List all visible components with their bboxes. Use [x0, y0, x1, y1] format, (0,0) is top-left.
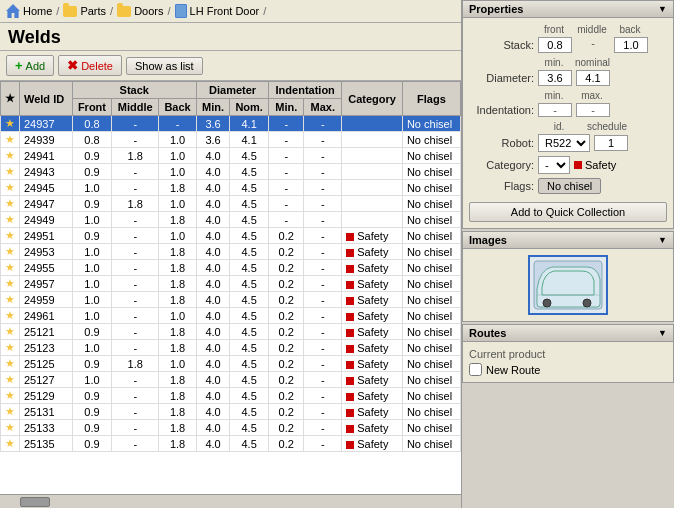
table-row[interactable]: ★ 24955 1.0 - 1.8 4.0 4.5 0.2 - Safety N…: [1, 260, 461, 276]
welds-table: ★ Weld ID Stack Diameter Indentation Cat…: [0, 81, 461, 452]
diam-min-cell: 4.0: [196, 260, 229, 276]
stack-middle-cell: 1.8: [112, 196, 159, 212]
star-cell: ★: [1, 196, 20, 212]
table-row[interactable]: ★ 24951 0.9 - 1.0 4.0 4.5 0.2 - Safety N…: [1, 228, 461, 244]
images-header[interactable]: Images ▼: [462, 231, 674, 249]
diameter-nom-input[interactable]: [576, 70, 610, 86]
flags-cell: No chisel: [402, 404, 460, 420]
stack-middle-cell: -: [112, 276, 159, 292]
stack-front-cell: 0.9: [72, 228, 112, 244]
ind-min-cell: 0.2: [269, 276, 304, 292]
star-cell: ★: [1, 308, 20, 324]
new-route-checkbox[interactable]: [469, 363, 482, 376]
table-row[interactable]: ★ 24961 1.0 - 1.0 4.0 4.5 0.2 - Safety N…: [1, 308, 461, 324]
table-row[interactable]: ★ 25125 0.9 1.8 1.0 4.0 4.5 0.2 - Safety…: [1, 356, 461, 372]
table-row[interactable]: ★ 25133 0.9 - 1.8 4.0 4.5 0.2 - Safety N…: [1, 420, 461, 436]
flags-cell: No chisel: [402, 388, 460, 404]
stack-back-input[interactable]: [614, 37, 648, 53]
stack-back-cell: 1.8: [159, 180, 197, 196]
flags-cell: No chisel: [402, 340, 460, 356]
flags-button[interactable]: No chisel: [538, 178, 601, 194]
table-row[interactable]: ★ 25127 1.0 - 1.8 4.0 4.5 0.2 - Safety N…: [1, 372, 461, 388]
breadcrumb-doors[interactable]: Doors: [117, 5, 163, 17]
flags-cell: No chisel: [402, 420, 460, 436]
horizontal-scrollbar[interactable]: [0, 494, 461, 508]
robot-schedule-input[interactable]: [594, 135, 628, 151]
indentation-header: Indentation: [269, 82, 342, 99]
category-cell: Safety: [342, 324, 403, 340]
stack-back-cell: 1.8: [159, 404, 197, 420]
breadcrumb-parts[interactable]: Parts: [63, 5, 106, 17]
ind-min-cell: -: [269, 180, 304, 196]
ind-max-cell: -: [304, 308, 342, 324]
stack-front-cell: 1.0: [72, 180, 112, 196]
star-cell: ★: [1, 228, 20, 244]
star-cell: ★: [1, 260, 20, 276]
page-title: Welds: [0, 23, 461, 51]
ind-max-cell: -: [304, 260, 342, 276]
stack-front-cell: 0.9: [72, 436, 112, 452]
diameter-min-input[interactable]: [538, 70, 572, 86]
stack-front-header: Front: [72, 99, 112, 116]
diam-min-cell: 4.0: [196, 276, 229, 292]
stack-front-input[interactable]: [538, 37, 572, 53]
robot-id-select[interactable]: R522: [538, 134, 590, 152]
stack-front-cell: 0.9: [72, 404, 112, 420]
properties-header[interactable]: Properties ▼: [462, 0, 674, 18]
category-cell: Safety: [342, 420, 403, 436]
routes-header[interactable]: Routes ▼: [462, 324, 674, 342]
diam-nom-cell: 4.5: [230, 260, 269, 276]
weld-id-cell: 24937: [20, 116, 73, 132]
category-cell: Safety: [342, 340, 403, 356]
stack-middle-cell: -: [112, 340, 159, 356]
table-row[interactable]: ★ 24943 0.9 - 1.0 4.0 4.5 - - No chisel: [1, 164, 461, 180]
diam-nom-cell: 4.5: [230, 148, 269, 164]
stack-back-cell: 1.8: [159, 436, 197, 452]
delete-button[interactable]: ✖ Delete: [58, 55, 122, 76]
add-collection-button[interactable]: Add to Quick Collection: [469, 202, 667, 222]
breadcrumb-home[interactable]: Home: [6, 4, 52, 18]
flags-header[interactable]: Flags: [402, 82, 460, 116]
category-label: Category:: [469, 159, 534, 171]
table-row[interactable]: ★ 25129 0.9 - 1.8 4.0 4.5 0.2 - Safety N…: [1, 388, 461, 404]
add-button[interactable]: + Add: [6, 55, 54, 76]
table-row[interactable]: ★ 24941 0.9 1.8 1.0 4.0 4.5 - - No chise…: [1, 148, 461, 164]
routes-arrow: ▼: [658, 328, 667, 338]
table-row[interactable]: ★ 24953 1.0 - 1.8 4.0 4.5 0.2 - Safety N…: [1, 244, 461, 260]
x-icon: ✖: [67, 58, 78, 73]
diam-nom-cell: 4.5: [230, 180, 269, 196]
diam-min-cell: 4.0: [196, 212, 229, 228]
table-row[interactable]: ★ 24959 1.0 - 1.8 4.0 4.5 0.2 - Safety N…: [1, 292, 461, 308]
table-row[interactable]: ★ 25135 0.9 - 1.8 4.0 4.5 0.2 - Safety N…: [1, 436, 461, 452]
category-select[interactable]: -: [538, 156, 570, 174]
breadcrumb: Home / Parts / Doors / LH Front Door /: [0, 0, 461, 23]
safety-icon: [574, 161, 582, 169]
stack-middle-cell: -: [112, 244, 159, 260]
category-cell: Safety: [342, 356, 403, 372]
ind-max-cell: -: [304, 164, 342, 180]
breadcrumb-lh-front-door[interactable]: LH Front Door: [175, 4, 260, 18]
stack-middle-header: Middle: [112, 99, 159, 116]
show-list-button[interactable]: Show as list: [126, 57, 203, 75]
weld-id-header[interactable]: Weld ID: [20, 82, 73, 116]
table-row[interactable]: ★ 25121 0.9 - 1.8 4.0 4.5 0.2 - Safety N…: [1, 324, 461, 340]
table-row[interactable]: ★ 24947 0.9 1.8 1.0 4.0 4.5 - - No chise…: [1, 196, 461, 212]
diam-min-header: Min.: [196, 99, 229, 116]
table-row[interactable]: ★ 25123 1.0 - 1.8 4.0 4.5 0.2 - Safety N…: [1, 340, 461, 356]
stack-middle-cell: -: [112, 420, 159, 436]
stack-front-cell: 0.9: [72, 356, 112, 372]
stack-middle-cell: -: [112, 212, 159, 228]
table-row[interactable]: ★ 24957 1.0 - 1.8 4.0 4.5 0.2 - Safety N…: [1, 276, 461, 292]
car-image[interactable]: [528, 255, 608, 315]
category-header[interactable]: Category: [342, 82, 403, 116]
star-cell: ★: [1, 180, 20, 196]
table-row[interactable]: ★ 24945 1.0 - 1.8 4.0 4.5 - - No chisel: [1, 180, 461, 196]
table-row[interactable]: ★ 25131 0.9 - 1.8 4.0 4.5 0.2 - Safety N…: [1, 404, 461, 420]
toolbar: + Add ✖ Delete Show as list: [0, 51, 461, 81]
table-row[interactable]: ★ 24939 0.8 - 1.0 3.6 4.1 - - No chisel: [1, 132, 461, 148]
table-row[interactable]: ★ 24937 0.8 - - 3.6 4.1 - - No chisel: [1, 116, 461, 132]
diam-min-cell: 4.0: [196, 404, 229, 420]
table-body: ★ 24937 0.8 - - 3.6 4.1 - - No chisel ★ …: [1, 116, 461, 452]
folder-icon-2: [117, 6, 131, 17]
table-row[interactable]: ★ 24949 1.0 - 1.8 4.0 4.5 - - No chisel: [1, 212, 461, 228]
